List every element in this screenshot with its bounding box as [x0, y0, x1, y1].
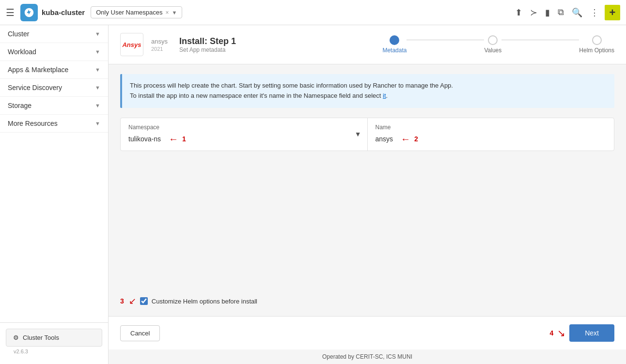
page-footer: Operated by CERIT-SC, ICS MUNI: [109, 349, 626, 364]
sidebar-label-service-discovery: Service Discovery: [8, 84, 62, 91]
step-connector-2: [501, 40, 579, 40]
terminal-icon[interactable]: ≻: [530, 7, 537, 18]
arrow-3-icon: ↙: [129, 296, 136, 306]
info-line-1: This process will help create the chart.…: [130, 81, 607, 91]
arrow-4-icon: ↘: [557, 327, 565, 339]
name-label: Name: [376, 124, 607, 131]
app-meta: ansys 2021: [151, 38, 168, 52]
app-logo: Ansys: [120, 33, 143, 56]
rancher-icon: [24, 7, 34, 18]
chevron-down-icon: ▼: [95, 67, 100, 73]
sidebar-label-more: More Resources: [8, 120, 58, 127]
step-label-values: Values: [484, 47, 501, 54]
step-metadata: Metadata: [382, 35, 407, 54]
footer-text: Operated by CERIT-SC, ICS MUNI: [322, 353, 412, 360]
logo-area: kuba-cluster: [20, 4, 85, 21]
sidebar-label-storage: Storage: [8, 102, 31, 109]
sidebar-item-more-resources[interactable]: More Resources ▼: [0, 115, 108, 133]
form-area: Namespace tulikova-ns ← 1 ▼ Name ansys: [120, 118, 614, 151]
app-header: Ansys ansys 2021 Install: Step 1 Set App…: [109, 25, 626, 64]
cluster-logo-icon: [20, 4, 38, 21]
step-label-helm: Helm Options: [579, 47, 614, 54]
customize-helm-label: Customize Helm options before install: [152, 298, 257, 305]
cluster-tools-label: Cluster Tools: [23, 334, 59, 341]
arrow-1-icon: ←: [169, 134, 178, 145]
namespace-field[interactable]: Namespace tulikova-ns ← 1 ▼: [121, 118, 368, 151]
cluster-name: kuba-cluster: [42, 8, 85, 16]
chevron-down-icon: ▼: [95, 121, 100, 126]
next-button[interactable]: Next: [569, 324, 614, 342]
name-value-row: ansys ← 2: [376, 134, 607, 145]
info-box: This process will help create the chart.…: [120, 74, 614, 108]
more-icon[interactable]: ⋮: [590, 7, 599, 18]
app-year: 2021: [151, 46, 168, 52]
name-value: ansys: [376, 135, 393, 143]
chevron-down-icon: ▼: [95, 85, 100, 91]
gear-icon: ⚙: [13, 334, 19, 341]
namespace-value-row: tulikova-ns ← 1: [128, 134, 360, 145]
namespace-label: Namespace: [128, 124, 360, 131]
sidebar-item-service-discovery[interactable]: Service Discovery ▼: [0, 79, 108, 97]
namespace-filter-chevron[interactable]: ▼: [172, 10, 177, 15]
topbar-icons: ⬆ ≻ ▮ ⧉ 🔍 ⋮: [515, 7, 599, 18]
arrow-2-icon: ←: [401, 134, 410, 145]
sidebar-bottom: ⚙ Cluster Tools v2.6.3: [0, 322, 108, 364]
namespace-value: tulikova-ns: [128, 135, 161, 143]
namespace-filter-pill[interactable]: Only User Namespaces × ▼: [91, 6, 182, 18]
step-helm-options: Helm Options: [579, 35, 614, 54]
sidebar-label-cluster: Cluster: [8, 30, 29, 38]
upload-icon[interactable]: ⬆: [515, 7, 522, 18]
cancel-button[interactable]: Cancel: [120, 325, 160, 341]
install-subtitle: Set App metadata: [179, 46, 236, 53]
content-spacer: [109, 151, 626, 286]
step-circle-metadata: [390, 35, 399, 45]
namespace-dropdown-icon[interactable]: ▼: [355, 130, 361, 138]
copy-icon[interactable]: ⧉: [558, 7, 564, 17]
main-layout: Cluster ▼ Workload ▼ Apps & Marketplace …: [0, 25, 626, 364]
chevron-down-icon: ▼: [95, 103, 100, 108]
install-title-area: Install: Step 1 Set App metadata: [179, 36, 236, 53]
info-line-2-prefix: To install the app into a new namespace …: [130, 92, 383, 99]
chevron-down-icon: ▼: [95, 49, 100, 55]
sidebar-label-apps: Apps & Marketplace: [8, 66, 68, 74]
version-label: v2.6.3: [6, 347, 102, 358]
battery-icon[interactable]: ▮: [545, 7, 550, 18]
step-values: Values: [484, 35, 501, 54]
namespace-filter-remove[interactable]: ×: [165, 9, 169, 16]
install-title: Install: Step 1: [179, 36, 236, 46]
app-name: ansys: [151, 38, 168, 45]
annotation-4: 4: [549, 329, 553, 337]
hamburger-icon[interactable]: ☰: [6, 7, 15, 18]
form-row: Namespace tulikova-ns ← 1 ▼ Name ansys: [121, 118, 614, 151]
sidebar: Cluster ▼ Workload ▼ Apps & Marketplace …: [0, 25, 109, 364]
create-button[interactable]: +: [605, 5, 620, 20]
checkbox-area: 3 ↙ Customize Helm options before instal…: [120, 296, 614, 306]
steps-indicator: Metadata Values Helm Options: [382, 35, 614, 54]
step-connector-1: [407, 40, 484, 40]
cluster-tools-button[interactable]: ⚙ Cluster Tools: [6, 329, 102, 347]
info-line-2: To install the app into a new namespace …: [130, 91, 607, 101]
annotation-1: 1: [182, 135, 186, 143]
sidebar-item-cluster[interactable]: Cluster ▼: [0, 25, 108, 43]
footer-actions: Cancel 4 ↘ Next: [109, 316, 626, 349]
sidebar-label-workload: Workload: [8, 48, 36, 56]
name-field[interactable]: Name ansys ← 2: [368, 118, 614, 151]
sidebar-item-apps-marketplace[interactable]: Apps & Marketplace ▼: [0, 61, 108, 79]
annotation-2: 2: [414, 135, 418, 143]
namespace-filter-label: Only User Namespaces: [96, 9, 162, 16]
customize-helm-checkbox[interactable]: [140, 297, 148, 305]
sidebar-item-workload[interactable]: Workload ▼: [0, 43, 108, 61]
step-label-metadata: Metadata: [382, 47, 407, 54]
chevron-down-icon: ▼: [95, 31, 100, 37]
sidebar-item-storage[interactable]: Storage ▼: [0, 97, 108, 115]
next-area: 4 ↘ Next: [549, 324, 614, 342]
annotation-3: 3: [120, 297, 124, 305]
content-area: Ansys ansys 2021 Install: Step 1 Set App…: [109, 25, 626, 364]
step-circle-values: [488, 35, 498, 45]
topbar: ☰ kuba-cluster Only User Namespaces × ▼ …: [0, 0, 626, 25]
app-info: Ansys ansys 2021 Install: Step 1 Set App…: [120, 33, 236, 56]
app-logo-text: Ansys: [122, 41, 141, 48]
step-circle-helm: [592, 35, 602, 45]
search-icon[interactable]: 🔍: [572, 7, 582, 18]
info-line-2-suffix: .: [386, 92, 388, 99]
